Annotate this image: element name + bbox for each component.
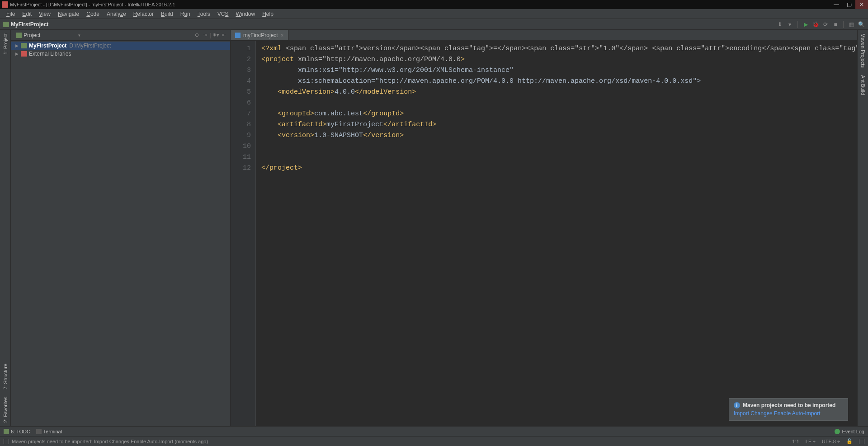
right-tool-gutter: Maven Projects Ant Build bbox=[857, 30, 868, 426]
project-view-selector[interactable]: Project ▾ bbox=[14, 31, 83, 39]
tool-tab-structure[interactable]: 7: Structure bbox=[2, 360, 9, 393]
event-log-icon bbox=[835, 429, 840, 434]
status-message: Maven projects need to be imported: Impo… bbox=[12, 439, 208, 444]
line-number-gutter[interactable]: 123456789101112 bbox=[231, 41, 256, 426]
enable-auto-import-link[interactable]: Enable Auto-Import bbox=[774, 410, 821, 417]
editor-tab[interactable]: myFirstProject × bbox=[231, 30, 288, 40]
notification-balloon: i Maven projects need to be imported Imp… bbox=[729, 398, 848, 421]
scroll-from-source-button[interactable]: ⊙ bbox=[193, 32, 201, 39]
cursor-position[interactable]: 1:1 bbox=[793, 439, 799, 444]
expand-arrow-icon[interactable]: ▶ bbox=[14, 43, 19, 48]
window-maximize-button[interactable]: ▢ bbox=[843, 0, 855, 9]
menu-window[interactable]: Window bbox=[232, 10, 259, 18]
project-view-label: Project bbox=[24, 32, 40, 38]
main-menu-bar: File Edit View Navigate Code Analyze Ref… bbox=[0, 9, 868, 19]
folder-icon bbox=[21, 43, 27, 48]
notification-title: Maven projects need to be imported bbox=[743, 402, 835, 408]
tree-item[interactable]: ▶ External Libraries bbox=[11, 50, 230, 58]
tree-item-label: MyFirstProject bbox=[29, 43, 66, 49]
window-title: MyFirstProject - [D:\MyFirstProject] - m… bbox=[10, 2, 175, 7]
menu-analyze[interactable]: Analyze bbox=[103, 10, 130, 18]
menu-navigate[interactable]: Navigate bbox=[54, 10, 83, 18]
app-icon bbox=[2, 1, 8, 8]
menu-edit[interactable]: Edit bbox=[19, 10, 35, 18]
tool-tab-terminal[interactable]: Terminal bbox=[36, 429, 62, 434]
import-changes-link[interactable]: Import Changes bbox=[734, 410, 772, 417]
tree-item-path: D:\MyFirstProject bbox=[69, 43, 111, 49]
run-button[interactable]: ▶ bbox=[802, 20, 810, 28]
menu-vcs[interactable]: VCS bbox=[214, 10, 232, 18]
editor-tabs: myFirstProject × bbox=[231, 30, 857, 41]
project-tool-window: Project ▾ ⊙ ⇥ | ✷▾ ⇤ ▶ MyFirstProject D:… bbox=[11, 30, 231, 426]
tool-tab-event-log[interactable]: Event Log bbox=[835, 429, 864, 434]
maven-file-icon bbox=[235, 33, 241, 38]
readonly-toggle[interactable]: 🔓 bbox=[846, 438, 853, 444]
editor-area: myFirstProject × 123456789101112 <?xml <… bbox=[231, 30, 857, 426]
code-editor[interactable]: <?xml <span class="attr">version</span><… bbox=[256, 41, 857, 426]
project-structure-button[interactable]: ▦ bbox=[847, 20, 855, 28]
bottom-tool-bar: 6: TODO Terminal Event Log bbox=[0, 426, 868, 436]
window-titlebar: MyFirstProject - [D:\MyFirstProject] - m… bbox=[0, 0, 868, 9]
menu-view[interactable]: View bbox=[35, 10, 54, 18]
stop-button[interactable]: ■ bbox=[831, 20, 840, 28]
todo-icon bbox=[4, 429, 9, 434]
line-separator[interactable]: LF ÷ bbox=[806, 439, 816, 444]
file-encoding[interactable]: UTF-8 ÷ bbox=[822, 439, 840, 444]
menu-file[interactable]: File bbox=[3, 10, 19, 18]
terminal-icon bbox=[36, 429, 42, 434]
tool-tab-todo[interactable]: 6: TODO bbox=[4, 429, 31, 434]
tool-tab-ant-build[interactable]: Ant Build bbox=[859, 71, 867, 99]
settings-button[interactable]: ✷▾ bbox=[212, 32, 219, 39]
module-icon bbox=[3, 22, 9, 27]
status-indicator-icon[interactable] bbox=[859, 439, 864, 444]
coverage-button[interactable]: ⟳ bbox=[821, 20, 830, 28]
menu-code[interactable]: Code bbox=[83, 10, 103, 18]
project-icon bbox=[16, 33, 22, 38]
expand-arrow-icon[interactable]: ▶ bbox=[14, 52, 19, 56]
hide-button[interactable]: ⇤ bbox=[220, 32, 227, 39]
debug-button[interactable]: 🐞 bbox=[811, 20, 820, 28]
menu-tools[interactable]: Tools bbox=[194, 10, 214, 18]
status-tool-windows-icon[interactable] bbox=[4, 439, 9, 444]
library-icon bbox=[21, 51, 27, 57]
tool-tab-project[interactable]: 1: Project bbox=[2, 30, 9, 58]
navigation-bar: MyFirstProject ⬇ ▾ ▶ 🐞 ⟳ ■ ▦ 🔍 bbox=[0, 19, 868, 30]
menu-build[interactable]: Build bbox=[157, 10, 177, 18]
menu-refactor[interactable]: Refactor bbox=[130, 10, 157, 18]
left-tool-gutter: 1: Project 7: Structure 2: Favorites bbox=[0, 30, 11, 426]
tool-tab-favorites[interactable]: 2: Favorites bbox=[2, 393, 9, 426]
tree-item-label: External Libraries bbox=[29, 51, 71, 57]
menu-run[interactable]: Run bbox=[177, 10, 194, 18]
run-config-dropdown[interactable]: ▾ bbox=[786, 20, 794, 28]
build-project-button[interactable]: ⬇ bbox=[776, 20, 784, 28]
menu-help[interactable]: Help bbox=[259, 10, 277, 18]
project-tree[interactable]: ▶ MyFirstProject D:\MyFirstProject ▶ Ext… bbox=[11, 41, 230, 426]
editor-tab-label: myFirstProject bbox=[243, 32, 278, 38]
close-tab-icon[interactable]: × bbox=[281, 33, 283, 38]
info-icon: i bbox=[734, 402, 740, 408]
window-close-button[interactable]: ✕ bbox=[855, 0, 868, 9]
collapse-all-button[interactable]: ⇥ bbox=[202, 32, 209, 39]
status-bar: Maven projects need to be imported: Impo… bbox=[0, 436, 868, 446]
breadcrumb-project[interactable]: MyFirstProject bbox=[11, 21, 48, 28]
tool-tab-maven-projects[interactable]: Maven Projects bbox=[859, 30, 867, 71]
tree-item[interactable]: ▶ MyFirstProject D:\MyFirstProject bbox=[11, 42, 230, 50]
window-minimize-button[interactable]: — bbox=[830, 0, 843, 9]
search-everywhere-button[interactable]: 🔍 bbox=[857, 20, 865, 28]
